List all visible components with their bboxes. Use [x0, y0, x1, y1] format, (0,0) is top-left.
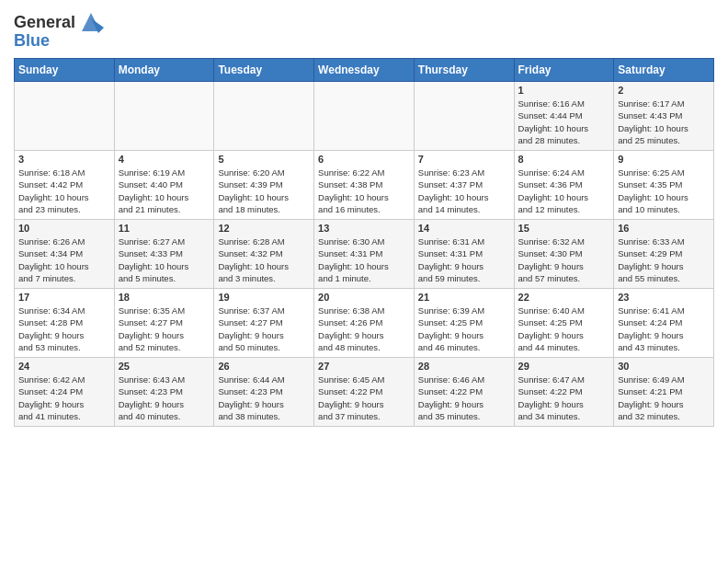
calendar-header-row: SundayMondayTuesdayWednesdayThursdayFrid… — [15, 59, 714, 82]
day-info: Sunrise: 6:34 AM Sunset: 4:28 PM Dayligh… — [18, 304, 110, 353]
calendar-cell: 17Sunrise: 6:34 AM Sunset: 4:28 PM Dayli… — [15, 289, 115, 358]
day-number: 28 — [418, 361, 510, 372]
day-info: Sunrise: 6:31 AM Sunset: 4:31 PM Dayligh… — [418, 236, 510, 284]
calendar-week-row: 17Sunrise: 6:34 AM Sunset: 4:28 PM Dayli… — [15, 289, 714, 358]
calendar-cell: 1Sunrise: 6:16 AM Sunset: 4:44 PM Daylig… — [514, 82, 614, 151]
logo: General Blue — [14, 9, 104, 51]
day-number: 25 — [119, 361, 210, 372]
day-info: Sunrise: 6:16 AM Sunset: 4:44 PM Dayligh… — [518, 98, 610, 146]
day-of-week-header: Monday — [114, 59, 214, 82]
calendar-cell: 14Sunrise: 6:31 AM Sunset: 4:31 PM Dayli… — [414, 220, 514, 289]
day-number: 20 — [318, 292, 410, 303]
day-info: Sunrise: 6:18 AM Sunset: 4:42 PM Dayligh… — [18, 167, 110, 215]
calendar-cell: 10Sunrise: 6:26 AM Sunset: 4:34 PM Dayli… — [15, 220, 115, 289]
calendar-cell: 28Sunrise: 6:46 AM Sunset: 4:22 PM Dayli… — [414, 358, 514, 427]
calendar-cell: 24Sunrise: 6:42 AM Sunset: 4:24 PM Dayli… — [15, 358, 115, 427]
logo-general-text: General — [14, 13, 75, 32]
calendar-cell: 27Sunrise: 6:45 AM Sunset: 4:22 PM Dayli… — [314, 358, 415, 427]
day-number: 29 — [518, 361, 610, 372]
day-info: Sunrise: 6:44 AM Sunset: 4:23 PM Dayligh… — [218, 373, 310, 422]
calendar-cell: 2Sunrise: 6:17 AM Sunset: 4:43 PM Daylig… — [614, 82, 714, 151]
day-info: Sunrise: 6:35 AM Sunset: 4:27 PM Dayligh… — [119, 304, 210, 353]
day-number: 12 — [218, 223, 310, 234]
calendar-cell: 13Sunrise: 6:30 AM Sunset: 4:31 PM Dayli… — [314, 220, 415, 289]
day-number: 1 — [518, 85, 610, 96]
calendar-cell — [214, 82, 314, 151]
day-of-week-header: Thursday — [414, 59, 514, 82]
calendar-cell: 23Sunrise: 6:41 AM Sunset: 4:24 PM Dayli… — [614, 289, 714, 358]
calendar-cell: 26Sunrise: 6:44 AM Sunset: 4:23 PM Dayli… — [214, 358, 314, 427]
calendar-cell — [114, 82, 214, 151]
day-number: 8 — [518, 154, 610, 165]
day-info: Sunrise: 6:30 AM Sunset: 4:31 PM Dayligh… — [318, 236, 410, 284]
day-info: Sunrise: 6:42 AM Sunset: 4:24 PM Dayligh… — [18, 373, 110, 422]
day-number: 26 — [218, 361, 310, 372]
day-number: 23 — [618, 292, 710, 303]
calendar-cell: 19Sunrise: 6:37 AM Sunset: 4:27 PM Dayli… — [214, 289, 314, 358]
day-info: Sunrise: 6:26 AM Sunset: 4:34 PM Dayligh… — [18, 236, 110, 284]
day-of-week-header: Tuesday — [214, 59, 314, 82]
day-info: Sunrise: 6:46 AM Sunset: 4:22 PM Dayligh… — [418, 373, 510, 422]
day-number: 6 — [318, 154, 410, 165]
calendar-cell: 7Sunrise: 6:23 AM Sunset: 4:37 PM Daylig… — [414, 151, 514, 220]
calendar-cell: 21Sunrise: 6:39 AM Sunset: 4:25 PM Dayli… — [414, 289, 514, 358]
day-number: 19 — [218, 292, 310, 303]
calendar-cell: 8Sunrise: 6:24 AM Sunset: 4:36 PM Daylig… — [514, 151, 614, 220]
day-number: 5 — [218, 154, 310, 165]
calendar-cell: 25Sunrise: 6:43 AM Sunset: 4:23 PM Dayli… — [114, 358, 214, 427]
day-info: Sunrise: 6:37 AM Sunset: 4:27 PM Dayligh… — [218, 304, 310, 353]
calendar-cell: 9Sunrise: 6:25 AM Sunset: 4:35 PM Daylig… — [614, 151, 714, 220]
day-info: Sunrise: 6:27 AM Sunset: 4:33 PM Dayligh… — [119, 236, 210, 284]
day-info: Sunrise: 6:24 AM Sunset: 4:36 PM Dayligh… — [518, 167, 610, 215]
day-info: Sunrise: 6:41 AM Sunset: 4:24 PM Dayligh… — [618, 304, 710, 353]
day-of-week-header: Saturday — [614, 59, 714, 82]
day-of-week-header: Wednesday — [314, 59, 415, 82]
calendar-cell: 15Sunrise: 6:32 AM Sunset: 4:30 PM Dayli… — [514, 220, 614, 289]
calendar-cell: 20Sunrise: 6:38 AM Sunset: 4:26 PM Dayli… — [314, 289, 415, 358]
day-info: Sunrise: 6:19 AM Sunset: 4:40 PM Dayligh… — [119, 167, 210, 215]
calendar-week-row: 1Sunrise: 6:16 AM Sunset: 4:44 PM Daylig… — [15, 82, 714, 151]
day-info: Sunrise: 6:43 AM Sunset: 4:23 PM Dayligh… — [119, 373, 210, 422]
calendar-week-row: 3Sunrise: 6:18 AM Sunset: 4:42 PM Daylig… — [15, 151, 714, 220]
day-of-week-header: Sunday — [15, 59, 115, 82]
day-number: 9 — [618, 154, 710, 165]
day-number: 22 — [518, 292, 610, 303]
calendar-week-row: 24Sunrise: 6:42 AM Sunset: 4:24 PM Dayli… — [15, 358, 714, 427]
day-info: Sunrise: 6:25 AM Sunset: 4:35 PM Dayligh… — [618, 167, 710, 215]
calendar-cell: 11Sunrise: 6:27 AM Sunset: 4:33 PM Dayli… — [114, 220, 214, 289]
day-info: Sunrise: 6:23 AM Sunset: 4:37 PM Dayligh… — [418, 167, 510, 215]
calendar-table: SundayMondayTuesdayWednesdayThursdayFrid… — [14, 58, 714, 427]
day-number: 2 — [618, 85, 710, 96]
calendar-cell — [414, 82, 514, 151]
calendar-cell: 22Sunrise: 6:40 AM Sunset: 4:25 PM Dayli… — [514, 289, 614, 358]
logo-blue-text: Blue — [14, 31, 50, 51]
calendar-cell: 3Sunrise: 6:18 AM Sunset: 4:42 PM Daylig… — [15, 151, 115, 220]
day-number: 10 — [18, 223, 110, 234]
calendar-cell: 29Sunrise: 6:47 AM Sunset: 4:22 PM Dayli… — [514, 358, 614, 427]
day-info: Sunrise: 6:45 AM Sunset: 4:22 PM Dayligh… — [318, 373, 410, 422]
day-info: Sunrise: 6:47 AM Sunset: 4:22 PM Dayligh… — [518, 373, 610, 422]
day-info: Sunrise: 6:20 AM Sunset: 4:39 PM Dayligh… — [218, 167, 310, 215]
calendar-cell: 12Sunrise: 6:28 AM Sunset: 4:32 PM Dayli… — [214, 220, 314, 289]
day-info: Sunrise: 6:17 AM Sunset: 4:43 PM Dayligh… — [618, 98, 710, 146]
day-info: Sunrise: 6:49 AM Sunset: 4:21 PM Dayligh… — [618, 373, 710, 422]
main-container: General Blue SundayMondayTuesdayWednesda… — [0, 0, 728, 431]
calendar-cell: 30Sunrise: 6:49 AM Sunset: 4:21 PM Dayli… — [614, 358, 714, 427]
day-number: 15 — [518, 223, 610, 234]
day-of-week-header: Friday — [514, 59, 614, 82]
day-info: Sunrise: 6:38 AM Sunset: 4:26 PM Dayligh… — [318, 304, 410, 353]
calendar-week-row: 10Sunrise: 6:26 AM Sunset: 4:34 PM Dayli… — [15, 220, 714, 289]
day-info: Sunrise: 6:39 AM Sunset: 4:25 PM Dayligh… — [418, 304, 510, 353]
day-number: 17 — [18, 292, 110, 303]
day-number: 27 — [318, 361, 410, 372]
day-number: 24 — [18, 361, 110, 372]
calendar-cell: 6Sunrise: 6:22 AM Sunset: 4:38 PM Daylig… — [314, 151, 415, 220]
day-number: 14 — [418, 223, 510, 234]
calendar-cell: 5Sunrise: 6:20 AM Sunset: 4:39 PM Daylig… — [214, 151, 314, 220]
day-info: Sunrise: 6:28 AM Sunset: 4:32 PM Dayligh… — [218, 236, 310, 284]
calendar-cell: 18Sunrise: 6:35 AM Sunset: 4:27 PM Dayli… — [114, 289, 214, 358]
calendar-cell — [314, 82, 415, 151]
day-info: Sunrise: 6:40 AM Sunset: 4:25 PM Dayligh… — [518, 304, 610, 353]
day-number: 13 — [318, 223, 410, 234]
day-number: 7 — [418, 154, 510, 165]
